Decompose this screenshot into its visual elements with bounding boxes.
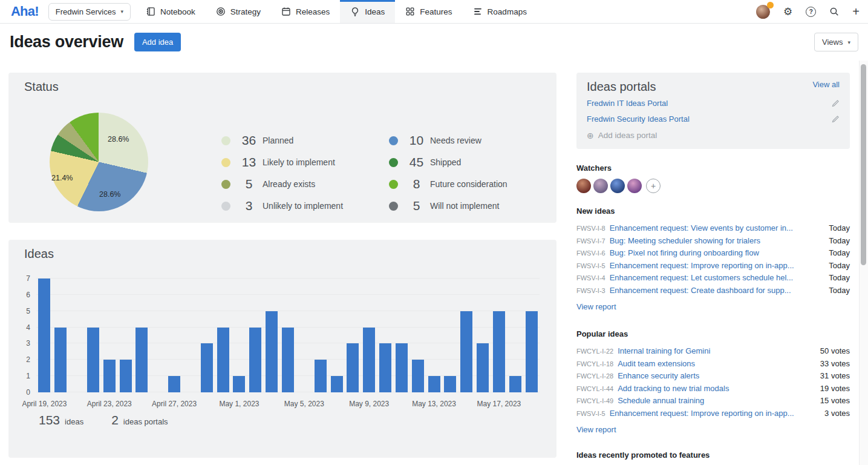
nav-item-releases[interactable]: Releases bbox=[271, 0, 340, 23]
idea-link[interactable]: Audit team extensions bbox=[618, 359, 814, 368]
idea-ref: FWSV-I-7 bbox=[576, 237, 605, 245]
edit-pencil-icon[interactable] bbox=[831, 115, 840, 124]
ideas-portals-panel: Ideas portals View all Fredwin IT Ideas … bbox=[576, 73, 850, 149]
list-item: FWSV-I-8 Enhancement request: View event… bbox=[576, 223, 850, 236]
popular-ideas-rows: FWCYL-I-22 Internal training for Gemini … bbox=[576, 346, 850, 421]
page-header: Ideas overview Add idea Views ▾ bbox=[0, 24, 868, 61]
watcher-avatar[interactable] bbox=[627, 179, 642, 193]
add-ideas-portal-button[interactable]: ⊕ Add ideas portal bbox=[587, 130, 840, 141]
bar bbox=[120, 360, 132, 392]
nav-item-features[interactable]: Features bbox=[395, 0, 462, 23]
idea-link[interactable]: Add tracking to new trial modals bbox=[618, 384, 814, 393]
nav-item-strategy[interactable]: Strategy bbox=[206, 0, 271, 23]
watcher-avatar[interactable] bbox=[576, 179, 591, 193]
views-button[interactable]: Views ▾ bbox=[814, 33, 858, 51]
watcher-avatar[interactable] bbox=[593, 179, 608, 193]
legend-item: 10 Needs review bbox=[389, 130, 507, 151]
bar bbox=[103, 360, 116, 392]
legend-color-dot bbox=[389, 136, 398, 145]
add-watcher-button[interactable]: + bbox=[646, 179, 661, 193]
stat-value: 153 bbox=[39, 413, 60, 427]
aha-logo[interactable]: Aha! bbox=[11, 4, 39, 19]
idea-votes: 19 votes bbox=[820, 384, 850, 393]
idea-ref: FWSV-I-6 bbox=[576, 249, 605, 257]
idea-meta: Today bbox=[829, 286, 850, 295]
portal-link[interactable]: Fredwin IT Ideas Portal bbox=[587, 99, 831, 108]
idea-meta: Today bbox=[829, 261, 850, 270]
idea-link[interactable]: Enhancement request: View events by cust… bbox=[610, 223, 823, 232]
user-avatar[interactable] bbox=[756, 5, 770, 19]
pie-percent-label: 21.4% bbox=[51, 174, 73, 182]
portal-link[interactable]: Fredwin Security Ideas Portal bbox=[587, 114, 831, 124]
legend-item: 8 Future consideration bbox=[389, 173, 507, 195]
workspace-selector[interactable]: Fredwin Services ▾ bbox=[48, 3, 131, 21]
bar bbox=[282, 328, 294, 392]
idea-link[interactable]: Enhancement request: Let customers sched… bbox=[610, 273, 823, 282]
bar bbox=[249, 328, 261, 392]
bar bbox=[217, 328, 229, 392]
stat-label: ideas bbox=[65, 417, 83, 426]
list-item: FWSV-I-7 Bug: Meeting scheduler showing … bbox=[576, 236, 850, 249]
idea-ref: FWCYL-I-44 bbox=[576, 385, 613, 392]
add-button[interactable]: + bbox=[852, 5, 860, 18]
y-axis-tick-label: 7 bbox=[13, 274, 30, 283]
nav-item-label: Ideas bbox=[365, 7, 385, 16]
idea-link[interactable]: Bug: Meeting scheduler showing for trial… bbox=[610, 236, 823, 245]
view-report-link[interactable]: View report bbox=[576, 425, 616, 434]
scrollbar-thumb[interactable] bbox=[861, 64, 866, 265]
page-title: Ideas overview bbox=[10, 33, 123, 51]
legend-label: Likely to implement bbox=[263, 157, 335, 167]
idea-link[interactable]: Internal training for Gemini bbox=[618, 346, 814, 355]
idea-link[interactable]: Enhancement request: Create dashboard fo… bbox=[610, 286, 823, 295]
edit-pencil-icon[interactable] bbox=[831, 99, 840, 108]
portal-row: Fredwin Security Ideas Portal bbox=[587, 113, 840, 125]
status-panel: Status 28.6% 28.6% 21.4% 36 Planned 13 L… bbox=[8, 73, 556, 223]
settings-button[interactable]: ⚙ bbox=[783, 7, 792, 17]
bar bbox=[233, 376, 245, 392]
idea-link[interactable]: Enhancement request: Improve reporting o… bbox=[610, 261, 823, 270]
portals-header: Ideas portals View all bbox=[587, 80, 840, 93]
bar bbox=[135, 328, 148, 392]
help-button[interactable]: ? bbox=[806, 7, 816, 17]
list-item: FWCYL-I-18 Audit team extensions 33 vote… bbox=[576, 359, 850, 372]
list-item: FWCYL-I-49 Schedule annual training 15 v… bbox=[576, 396, 850, 409]
y-axis-tick-label: 0 bbox=[13, 388, 30, 397]
list-item: FWSV-I-6 Bug: Pixel not firing during on… bbox=[576, 248, 850, 261]
legend-count: 13 bbox=[241, 155, 257, 170]
search-button[interactable] bbox=[829, 7, 839, 16]
bar bbox=[509, 376, 521, 392]
scrollbar-track bbox=[859, 61, 868, 465]
y-axis-tick-label: 6 bbox=[13, 291, 30, 299]
popular-ideas-section: Popular ideas FWCYL-I-22 Internal traini… bbox=[576, 329, 850, 435]
promoted-ideas-title: Ideas recently promoted to features bbox=[576, 450, 850, 460]
legend-label: Already exists bbox=[263, 179, 315, 189]
views-button-label: Views bbox=[822, 38, 843, 47]
nav-item-roadmaps[interactable]: Roadmaps bbox=[463, 0, 537, 23]
watchers-avatars: + bbox=[576, 179, 850, 193]
add-idea-button[interactable]: Add idea bbox=[134, 33, 181, 51]
idea-ref: FWCYL-I-49 bbox=[576, 397, 613, 404]
idea-votes: 33 votes bbox=[820, 359, 850, 368]
idea-link[interactable]: Schedule annual training bbox=[618, 396, 814, 405]
portals-count-stat: 2 ideas portals bbox=[111, 413, 168, 427]
idea-link[interactable]: Enhancement request: Improve reporting o… bbox=[610, 409, 818, 418]
plus-circle-icon: ⊕ bbox=[587, 131, 594, 140]
nav-item-notebook[interactable]: Notebook bbox=[135, 0, 206, 23]
idea-votes: 3 votes bbox=[824, 409, 850, 418]
view-report-link[interactable]: View report bbox=[576, 302, 616, 311]
idea-link[interactable]: Bug: Pixel not firing during onboarding … bbox=[610, 248, 823, 257]
nav-item-ideas[interactable]: Ideas bbox=[340, 0, 395, 23]
idea-link[interactable]: Enhance security alerts bbox=[618, 371, 814, 380]
view-all-link[interactable]: View all bbox=[812, 80, 840, 89]
popular-ideas-title: Popular ideas bbox=[576, 329, 850, 339]
ideas-panel: Ideas 01234567April 19, 2023April 23, 20… bbox=[8, 240, 556, 458]
stat-value: 2 bbox=[111, 413, 119, 427]
legend-item: 5 Will not implement bbox=[389, 195, 507, 217]
workspace-selector-label: Fredwin Services bbox=[56, 7, 116, 16]
watcher-avatar[interactable] bbox=[610, 179, 625, 193]
nav-item-label: Notebook bbox=[160, 7, 195, 16]
list-item: FWSV-I-5 Enhancement request: Improve re… bbox=[576, 409, 850, 421]
bar bbox=[428, 376, 440, 392]
new-ideas-title: New ideas bbox=[576, 206, 850, 216]
legend-column: 36 Planned 13 Likely to implement 5 Alre… bbox=[221, 130, 389, 217]
